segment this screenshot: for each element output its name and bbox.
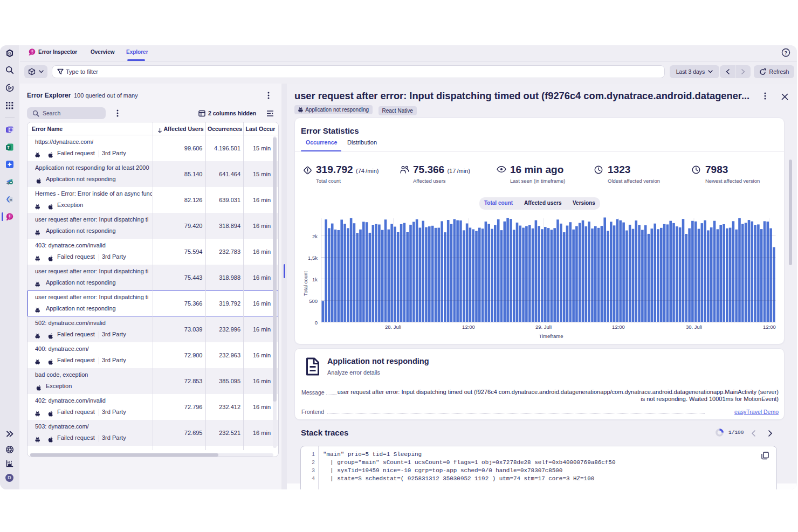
svg-text:T: T (7, 146, 10, 149)
svg-text:?: ? (785, 50, 788, 56)
svg-text:M: M (10, 198, 12, 202)
